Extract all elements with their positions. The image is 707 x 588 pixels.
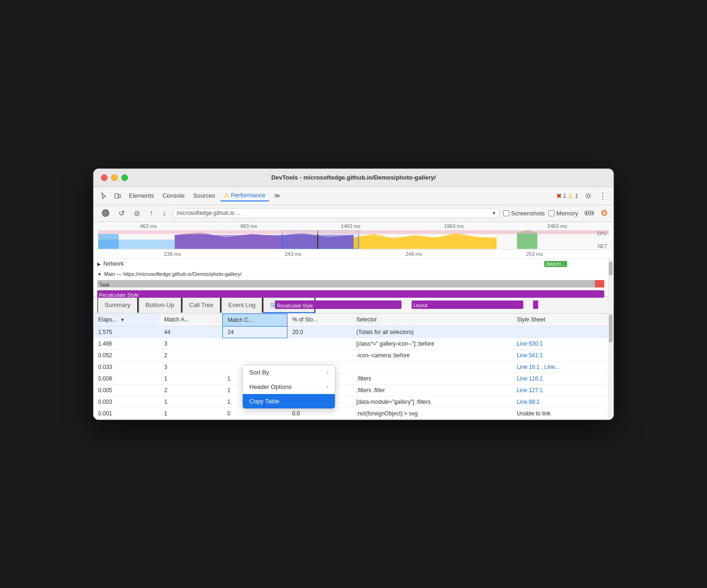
devtools-window: DevTools - microsoftedge.github.io/Demos… xyxy=(93,168,614,420)
dts-1: 238 ms xyxy=(164,251,181,257)
col-match-a[interactable]: Match A... xyxy=(160,314,223,326)
svg-rect-0 xyxy=(115,194,118,198)
timeline-detail[interactable]: 238 ms 243 ms 248 ms 253 ms ▶ Network da… xyxy=(93,250,614,296)
screenshots-label: Screenshots xyxy=(511,210,545,217)
settings-icon-btn[interactable] xyxy=(582,190,595,201)
cell-match-a: 1 xyxy=(160,373,223,384)
cell-stylesheet: Line 88:1 xyxy=(512,396,608,408)
reload-btn[interactable]: ↺ xyxy=(116,207,127,220)
layout-label: Layout xyxy=(412,302,429,308)
bottom-panel: Summary Bottom-Up Call Tree Event Log Se… xyxy=(93,297,614,420)
window-title: DevTools - microsoftedge.github.io/Demos… xyxy=(93,174,614,181)
cell-selector: :not(foreignObject) > svg xyxy=(352,408,512,419)
device-icon-btn[interactable] xyxy=(111,190,124,201)
stylesheet-link2[interactable]: Line... xyxy=(544,364,560,370)
selector-stats-table: Elaps... ▼ Match A... Match C... % of Sl… xyxy=(93,314,608,420)
table-row[interactable]: 0.033 3 Line 16:1 , Line... xyxy=(93,361,608,373)
ctx-sort-by[interactable]: Sort By › xyxy=(243,365,335,380)
stylesheet-link[interactable]: Line 127:1 xyxy=(517,387,543,394)
col-selector[interactable]: Selector xyxy=(352,314,512,326)
cell-selector: -icon--camera::before xyxy=(352,349,512,361)
ctx-copy-table[interactable]: Copy Table xyxy=(243,394,335,408)
tab-sources[interactable]: Sources xyxy=(189,190,219,201)
screenshots-checkbox-group[interactable]: Screenshots xyxy=(503,210,545,217)
table-row[interactable]: 0.052 2 -icon--camera::before Line 541:1 xyxy=(93,349,608,361)
minimap-timestamps: 463 ms 963 ms 1463 ms 1963 ms 2463 ms xyxy=(93,222,614,230)
inspect-icon-btn[interactable] xyxy=(97,190,110,201)
memory-icon-btn[interactable] xyxy=(582,207,597,219)
selector-stats-table-area: Elaps... ▼ Match A... Match C... % of Sl… xyxy=(93,314,608,420)
main-toolbar: Elements Console Sources ⚠ Performance ≫… xyxy=(93,187,614,205)
svg-rect-5 xyxy=(588,212,589,214)
tab-performance[interactable]: ⚠ Performance xyxy=(220,190,269,201)
error-icon: ✖ xyxy=(556,192,562,200)
screenshots-checkbox[interactable] xyxy=(503,210,509,216)
timeline-scrollbar[interactable] xyxy=(608,259,614,312)
stylesheet-link[interactable]: Line 88:1 xyxy=(517,399,540,405)
upload-btn[interactable]: ↑ xyxy=(147,207,156,219)
timeline-rows: ▶ Network data:im... ▼ Main — https://mi… xyxy=(93,259,608,312)
svg-rect-4 xyxy=(586,212,587,214)
more-options-btn[interactable]: ⋮ xyxy=(596,189,610,203)
cell-match-a: 3 xyxy=(160,361,223,373)
cell-match-c: 0 xyxy=(223,408,287,419)
table-scrollbar[interactable] xyxy=(608,314,614,420)
data-im-badge: data:im... xyxy=(544,261,567,267)
tab-elements[interactable]: Elements xyxy=(125,190,158,201)
ctx-header-options[interactable]: Header Options › xyxy=(243,380,335,394)
table-row[interactable]: 0.005 2 1 0.0 .filters .filter Line 127:… xyxy=(93,384,608,396)
col-elapsed[interactable]: Elaps... ▼ xyxy=(93,314,160,326)
record-btn[interactable] xyxy=(99,207,112,219)
dts-3: 248 ms xyxy=(406,251,422,257)
tab-more[interactable]: ≫ xyxy=(270,190,284,201)
cell-match-a: 2 xyxy=(160,349,223,361)
col-stylesheet[interactable]: Style Sheet xyxy=(512,314,608,326)
network-row: ▶ Network data:im... xyxy=(93,259,608,269)
svg-rect-6 xyxy=(590,212,591,214)
svg-rect-7 xyxy=(592,212,593,214)
expand-icon: ▶ xyxy=(97,261,101,267)
download-btn[interactable]: ↓ xyxy=(160,207,169,219)
perf-settings-btn[interactable]: ⚙ xyxy=(600,208,608,218)
close-button[interactable] xyxy=(101,174,107,181)
ctx-sort-by-arrow: › xyxy=(327,370,328,375)
cell-selector xyxy=(352,361,512,373)
ts-3: 1463 ms xyxy=(341,223,360,229)
recalc-inner-label: Recalculate Style xyxy=(275,303,315,309)
col-match-c[interactable]: Match C... xyxy=(223,314,287,326)
maximize-button[interactable] xyxy=(121,174,128,181)
memory-checkbox[interactable] xyxy=(548,210,554,216)
stylesheet-link[interactable]: Line 541:1 xyxy=(517,352,543,359)
table-row[interactable]: 0.003 1 1 100.0 [data-module="gallery"] … xyxy=(93,396,608,408)
svg-rect-9 xyxy=(98,234,119,249)
cell-elapsed: 0.008 xyxy=(93,373,160,384)
error-badge: ✖ 1 ⚠ 1 xyxy=(554,191,581,200)
memory-checkbox-group[interactable]: Memory xyxy=(548,210,578,217)
cell-elapsed: 1.575 xyxy=(93,326,160,338)
stylesheet-link[interactable]: Line 16:1 xyxy=(517,364,540,370)
table-row[interactable]: 0.008 1 1 100.0 .filters Line 116:1 xyxy=(93,373,608,384)
tab-console[interactable]: Console xyxy=(159,190,188,201)
cell-elapsed: 0.033 xyxy=(93,361,160,373)
detail-timestamps: 238 ms 243 ms 248 ms 253 ms xyxy=(93,250,614,259)
cell-stylesheet: Line 127:1 xyxy=(512,384,608,396)
clear-btn[interactable]: ⊘ xyxy=(131,207,143,220)
stylesheet-link[interactable]: Line 530:1 xyxy=(517,341,543,347)
cell-match-a: 1 xyxy=(160,396,223,408)
table-row[interactable]: 1.575 44 24 20.0 (Totals for all selecto… xyxy=(93,326,608,338)
network-label: ▶ Network xyxy=(97,261,134,267)
layout-bar: Layout xyxy=(412,301,523,309)
stylesheet-link[interactable]: Line 116:1 xyxy=(517,375,543,382)
minimize-button[interactable] xyxy=(111,174,118,181)
cell-stylesheet: Line 116:1 xyxy=(512,373,608,384)
timeline-minimap[interactable]: 463 ms 963 ms 1463 ms 1963 ms 2463 ms xyxy=(93,222,614,250)
svg-point-2 xyxy=(587,194,590,197)
table-row[interactable]: 0.001 1 0 0.0 :not(foreignObject) > svg … xyxy=(93,408,608,419)
cell-stylesheet xyxy=(512,326,608,338)
recalc-inner-bar: Recalculate Style xyxy=(275,301,402,309)
cell-match-a: 2 xyxy=(160,384,223,396)
task-bar-row: Task xyxy=(97,279,604,288)
table-row[interactable]: 1.466 3 [class*=" gallery-icon--"]::befo… xyxy=(93,338,608,349)
task-bar: Task xyxy=(97,280,604,287)
col-pct[interactable]: % of Slo... xyxy=(287,314,352,326)
